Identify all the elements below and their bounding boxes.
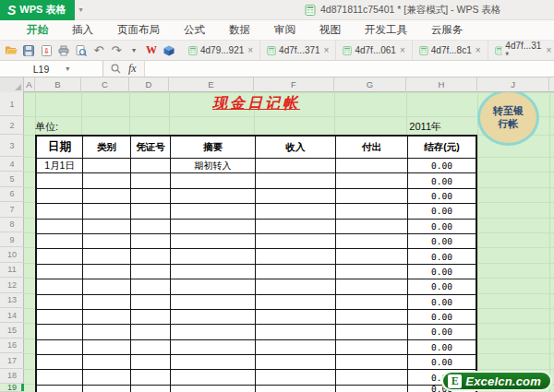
cell-income-row18[interactable] — [256, 370, 336, 384]
print-preview-icon[interactable] — [74, 43, 89, 58]
cell-date-row7[interactable] — [37, 204, 83, 218]
save-icon[interactable] — [21, 43, 36, 58]
cell-balance-row10[interactable]: 0.00 — [408, 249, 476, 263]
cell-income-row14[interactable] — [256, 310, 336, 324]
cell-balance-row15[interactable]: 0.00 — [408, 325, 476, 339]
cell-date-row8[interactable] — [37, 220, 83, 233]
cell-category-row5[interactable] — [83, 173, 131, 187]
row-header-15[interactable]: 15 — [0, 323, 24, 338]
cell-category-row8[interactable] — [83, 220, 131, 233]
row-header-2[interactable]: 2 — [0, 116, 24, 135]
cell-summary-row14[interactable] — [171, 310, 256, 324]
cell-payment-row13[interactable] — [336, 295, 408, 309]
column-header-J[interactable]: J — [477, 77, 549, 92]
cell-date-row15[interactable] — [37, 325, 83, 339]
menu-item-9[interactable]: 云服务 — [419, 23, 476, 37]
cell-voucher-row13[interactable] — [131, 295, 171, 309]
cell-summary-row5[interactable] — [171, 173, 256, 187]
row-header-4[interactable]: 4 — [0, 157, 24, 172]
undo-icon[interactable]: ↶ — [91, 43, 106, 58]
cell-voucher-row14[interactable] — [131, 310, 171, 324]
cell-payment-row14[interactable] — [336, 310, 408, 324]
menu-item-3[interactable]: 页面布局 — [105, 23, 172, 37]
table-header-cell-summary[interactable]: 摘要 — [171, 137, 256, 158]
cell-income-row9[interactable] — [256, 234, 336, 248]
row-header-12[interactable]: 12 — [0, 278, 24, 292]
wps-writer-icon[interactable]: W — [144, 43, 159, 58]
cell-income-row8[interactable] — [256, 220, 336, 233]
cell-income-row16[interactable] — [256, 340, 336, 354]
cell-income-row4[interactable] — [256, 159, 336, 172]
cell-income-row5[interactable] — [256, 173, 336, 187]
menu-item-1[interactable]: 开始 — [15, 23, 60, 37]
cell-category-row10[interactable] — [83, 249, 131, 263]
wps-app-button[interactable]: S WPS 表格 — [0, 0, 75, 20]
cell-summary-row12[interactable] — [171, 279, 256, 293]
cell-summary-row6[interactable] — [171, 189, 256, 203]
print-icon[interactable] — [56, 43, 71, 58]
cell-payment-row15[interactable] — [336, 325, 408, 339]
cell-income-row10[interactable] — [256, 249, 336, 263]
goto-bank-account-button[interactable]: 转至银 行帐 — [477, 89, 539, 146]
cell-income-row13[interactable] — [256, 295, 336, 309]
menu-item-8[interactable]: 开发工具 — [353, 23, 419, 37]
row-header-6[interactable]: 6 — [0, 187, 24, 202]
tab-close-icon[interactable]: × — [546, 45, 551, 55]
cell-voucher-row17[interactable] — [131, 355, 171, 369]
doc-tab-5[interactable]: 4d7f...31 *× — [488, 41, 554, 61]
tab-close-icon[interactable]: × — [476, 45, 481, 55]
cell-voucher-row8[interactable] — [131, 220, 171, 233]
cell-date-row13[interactable] — [37, 295, 83, 309]
row-header-16[interactable]: 16 — [0, 339, 24, 353]
cell-balance-row17[interactable]: 0.00 — [408, 355, 476, 369]
column-header-H[interactable]: H — [406, 77, 477, 92]
row-header-9[interactable]: 9 — [0, 232, 24, 247]
doc-tab-3[interactable]: 4d7f...061× — [336, 41, 412, 61]
cell-balance-row7[interactable]: 0.00 — [408, 204, 476, 218]
cell-category-row7[interactable] — [83, 204, 131, 218]
cell-category-row18[interactable] — [83, 370, 131, 384]
cell-date-row9[interactable] — [37, 234, 83, 248]
cell-category-row15[interactable] — [83, 325, 131, 339]
cell-balance-row6[interactable]: 0.00 — [408, 189, 476, 203]
cell-category-row6[interactable] — [83, 189, 131, 203]
row-header-11[interactable]: 11 — [0, 263, 24, 278]
redo-icon[interactable]: ↷ — [109, 43, 124, 58]
table-header-cell-balance[interactable]: 结存(元) — [408, 137, 476, 158]
cell-summary-row10[interactable] — [171, 249, 256, 263]
cell-income-row15[interactable] — [256, 325, 336, 339]
cell-summary-row8[interactable] — [171, 220, 256, 233]
cell-balance-row9[interactable]: 0.00 — [408, 234, 476, 248]
sheet-title-cash-journal[interactable]: 现金日记帐 — [35, 94, 477, 113]
cell-payment-row8[interactable] — [336, 220, 408, 233]
cell-voucher-row19[interactable] — [131, 386, 171, 392]
cell-payment-row12[interactable] — [336, 279, 408, 293]
name-box[interactable]: L19 ▾ — [0, 61, 103, 77]
name-box-caret-icon[interactable]: ▾ — [66, 65, 69, 73]
row-header-19[interactable]: 19 — [0, 384, 24, 392]
cell-voucher-row18[interactable] — [131, 370, 171, 384]
cell-category-row9[interactable] — [83, 234, 131, 248]
cell-voucher-row15[interactable] — [131, 325, 171, 339]
cell-summary-row17[interactable] — [171, 355, 256, 369]
export-pdf-icon[interactable]: ⇩ — [39, 43, 54, 58]
cell-category-row12[interactable] — [83, 279, 131, 293]
row-header-10[interactable]: 10 — [0, 247, 24, 262]
menu-item-5[interactable]: 数据 — [217, 23, 262, 37]
row-header-3[interactable]: 3 — [0, 135, 24, 157]
cell-summary-row15[interactable] — [171, 325, 256, 339]
cell-category-row14[interactable] — [83, 310, 131, 324]
cell-summary-row13[interactable] — [171, 295, 256, 309]
cell-voucher-row16[interactable] — [131, 340, 171, 354]
search-icon[interactable] — [111, 64, 121, 74]
cell-payment-row7[interactable] — [336, 204, 408, 218]
fx-icon[interactable]: fx — [128, 62, 137, 76]
cell-summary-row11[interactable] — [171, 265, 256, 279]
tab-close-icon[interactable]: × — [324, 45, 330, 55]
toolbar-customize-caret-icon[interactable]: ▾ — [126, 43, 141, 58]
cell-income-row6[interactable] — [256, 189, 336, 203]
cell-category-row11[interactable] — [83, 265, 131, 279]
cell-payment-row11[interactable] — [336, 265, 408, 279]
menu-item-2[interactable]: 插入 — [60, 23, 105, 37]
cell-summary-row9[interactable] — [171, 234, 256, 248]
